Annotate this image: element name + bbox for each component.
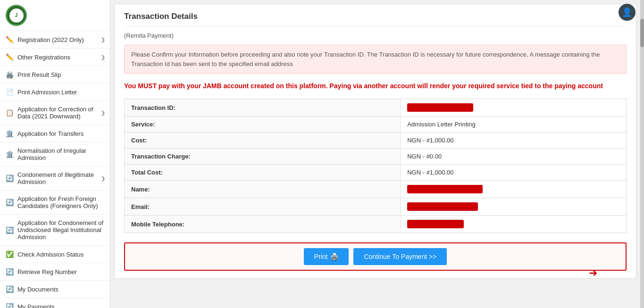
application-correction-icon: 📋 (6, 109, 14, 117)
scroll-thumb[interactable] (640, 19, 644, 47)
table-row: Cost:NGN - #1,000.00 (125, 133, 627, 149)
remita-label: (Remita Payment) (124, 32, 627, 39)
print-admission-letter-icon: 📄 (6, 88, 14, 96)
table-label-2: Cost: (125, 133, 401, 149)
my-payments-label: My Payments (17, 303, 55, 308)
table-label-3: Transaction Charge: (125, 149, 401, 165)
my-documents-icon: 🔄 (6, 285, 14, 293)
sidebar-item-application-correction[interactable]: 📋Application for Correction of Data (202… (0, 101, 110, 125)
condonement-icon: 🔄 (6, 175, 14, 182)
table-row: Name: (125, 181, 627, 198)
check-admission-icon: ✅ (6, 250, 14, 258)
sidebar-item-normalisation[interactable]: 🏛️Normalisation of Irregular Admission (0, 142, 110, 166)
registration-2022-chevron-icon: ❯ (101, 37, 105, 43)
table-row: Transaction Charge:NGN - #0.00 (125, 149, 627, 165)
condonement-chevron-icon: ❯ (101, 175, 105, 182)
sidebar-item-registration-2022[interactable]: ✏️Registration (2022 Only)❯ (0, 31, 110, 49)
table-value-4: NGN - #1,000.00 (401, 165, 627, 181)
registration-2022-icon: ✏️ (6, 36, 14, 43)
other-registrations-label: Other Registrations (17, 54, 70, 61)
warning-text: You MUST pay with your JAMB account crea… (124, 81, 627, 91)
sidebar-item-condonement-undisclosed[interactable]: 🔄Application for Condonement of Undisclo… (0, 215, 110, 246)
sidebar-item-check-admission[interactable]: ✅Check Admission Status (0, 246, 110, 263)
retrieve-reg-icon: 🔄 (6, 268, 14, 275)
my-payments-icon: 🔄 (6, 303, 14, 308)
normalisation-label: Normalisation of Irregular Admission (17, 147, 104, 161)
print-result-slip-icon: 🖨️ (6, 71, 14, 78)
alert-message: Please Confirm your Information before p… (124, 45, 627, 74)
transaction-table: Transaction ID:Service:Admission Letter … (124, 99, 627, 233)
table-value-5 (401, 181, 627, 198)
table-label-0: Transaction ID: (125, 99, 401, 117)
user-avatar[interactable]: 👤 (619, 4, 636, 21)
redacted-bar-5 (407, 185, 483, 193)
sidebar-logo: J (0, 0, 110, 31)
table-label-1: Service: (125, 117, 401, 133)
condonement-undisclosed-label: Application for Condonement of Undisclos… (17, 219, 104, 241)
logo-inner: J (9, 8, 24, 23)
table-value-1: Admission Letter Printing (401, 117, 627, 133)
sidebar-item-condonement[interactable]: 🔄Condonement of Illegitimate Admission❯ (0, 166, 110, 191)
condonement-label: Condonement of Illegitimate Admission (17, 171, 104, 185)
table-row: Service:Admission Letter Printing (125, 117, 627, 133)
section-title: Transaction Details (124, 12, 627, 26)
redacted-bar-0 (407, 103, 473, 112)
fresh-foreign-icon: 🔄 (6, 199, 14, 206)
table-label-7: Mobile Telephone: (125, 216, 401, 233)
table-row: Transaction ID: (125, 99, 627, 117)
sidebar-item-fresh-foreign[interactable]: 🔄Application for Fresh Foreign Candidate… (0, 191, 110, 215)
content-area: Transaction Details (Remita Payment) Ple… (114, 4, 636, 279)
application-transfers-icon: 🏛️ (6, 130, 14, 137)
print-label: Print (314, 253, 328, 260)
other-registrations-icon: ✏️ (6, 53, 14, 61)
table-row: Mobile Telephone: (125, 216, 627, 233)
table-label-6: Email: (125, 198, 401, 216)
table-row: Email: (125, 198, 627, 216)
sidebar-item-application-transfers[interactable]: 🏛️Application for Transfers (0, 125, 110, 142)
logo-circle: J (6, 5, 27, 26)
registration-2022-label: Registration (2022 Only) (17, 36, 84, 43)
application-correction-label: Application for Correction of Data (2021… (17, 106, 104, 120)
sidebar: J ✏️Registration (2022 Only)❯✏️Other Reg… (0, 0, 110, 308)
main-content: Transaction Details (Remita Payment) Ple… (110, 0, 640, 308)
sidebar-items-container: ✏️Registration (2022 Only)❯✏️Other Regis… (0, 31, 110, 308)
table-value-7 (401, 216, 627, 233)
buttons-row: Print 🖨️ Continue To Payment >> ➜ (124, 242, 627, 271)
table-row: Total Cost:NGN - #1,000.00 (125, 165, 627, 181)
normalisation-icon: 🏛️ (6, 150, 14, 158)
redacted-bar-7 (407, 220, 464, 228)
sidebar-item-other-registrations[interactable]: ✏️Other Registrations❯ (0, 49, 110, 66)
other-registrations-chevron-icon: ❯ (101, 54, 105, 60)
my-documents-label: My Documents (17, 286, 59, 293)
sidebar-item-retrieve-reg[interactable]: 🔄Retrieve Reg Number (0, 263, 110, 281)
fresh-foreign-label: Application for Fresh Foreign Candidates… (17, 195, 104, 209)
table-value-3: NGN - #0.00 (401, 149, 627, 165)
continue-payment-button[interactable]: Continue To Payment >> (353, 248, 447, 265)
sidebar-item-my-payments[interactable]: 🔄My Payments (0, 298, 110, 308)
retrieve-reg-label: Retrieve Reg Number (17, 268, 77, 275)
table-value-6 (401, 198, 627, 216)
table-value-2: NGN - #1,000.00 (401, 133, 627, 149)
sidebar-item-print-result-slip[interactable]: 🖨️Print Result Slip (0, 66, 110, 83)
arrow-indicator: ➜ (589, 267, 597, 279)
scroll-track[interactable] (640, 0, 644, 308)
print-icon: 🖨️ (330, 253, 338, 260)
application-correction-chevron-icon: ❯ (101, 110, 105, 116)
sidebar-item-my-documents[interactable]: 🔄My Documents (0, 281, 110, 298)
redacted-bar-6 (407, 202, 478, 211)
condonement-undisclosed-icon: 🔄 (6, 226, 14, 234)
print-button[interactable]: Print 🖨️ (304, 248, 349, 265)
check-admission-label: Check Admission Status (17, 251, 84, 258)
top-bar: 👤 (615, 0, 639, 25)
continue-label: Continue To Payment >> (364, 253, 436, 260)
sidebar-item-print-admission-letter[interactable]: 📄Print Admission Letter (0, 83, 110, 101)
table-value-0 (401, 99, 627, 117)
table-label-5: Name: (125, 181, 401, 198)
application-transfers-label: Application for Transfers (17, 130, 84, 137)
print-result-slip-label: Print Result Slip (17, 71, 61, 78)
print-admission-letter-label: Print Admission Letter (17, 89, 77, 96)
table-label-4: Total Cost: (125, 165, 401, 181)
